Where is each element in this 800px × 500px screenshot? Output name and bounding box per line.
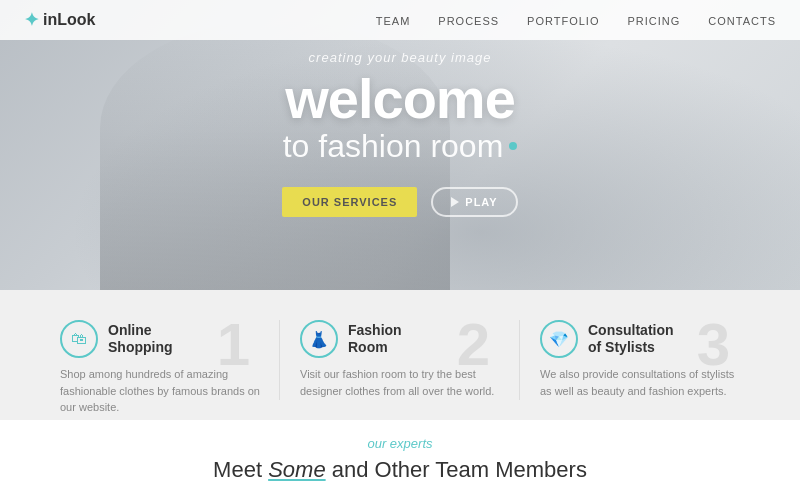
- feature-desc-2: We also provide consultations of stylist…: [540, 366, 740, 399]
- logo-text: inLook: [43, 11, 95, 29]
- hero-title-welcome: welcome: [0, 71, 800, 127]
- hero-content: creating your beauty image welcome to fa…: [0, 50, 800, 217]
- navbar: ✦ inLook TEAMPROCESSPORTFOLIOPRICINGCONT…: [0, 0, 800, 40]
- feature-icon-2: 💎: [540, 320, 578, 358]
- nav-link-pricing[interactable]: PRICING: [627, 15, 680, 27]
- feature-title-2: Consultationof Stylists: [588, 322, 674, 356]
- feature-title-1: FashionRoom: [348, 322, 402, 356]
- feature-header-0: 🛍OnlineShopping: [60, 320, 260, 358]
- hero-dot-accent: [509, 142, 517, 150]
- meet-title: Meet Some and Other Team Members: [40, 457, 760, 483]
- feature-icon-1: 👗: [300, 320, 338, 358]
- feature-item-1: 👗FashionRoom2Visit our fashion room to t…: [280, 320, 520, 400]
- hero-tagline: creating your beauty image: [0, 50, 800, 65]
- feature-header-1: 👗FashionRoom: [300, 320, 500, 358]
- features-section: 🛍OnlineShopping1Shop among hundreds of a…: [0, 290, 800, 420]
- nav-menu: TEAMPROCESSPORTFOLIOPRICINGCONTACTS: [376, 11, 776, 29]
- hero-section: creating your beauty image welcome to fa…: [0, 0, 800, 290]
- nav-link-team[interactable]: TEAM: [376, 15, 411, 27]
- feature-title-0: OnlineShopping: [108, 322, 173, 356]
- meet-title-prefix: Meet: [213, 457, 268, 482]
- hero-title-sub: to fashion room: [0, 127, 800, 165]
- feature-icon-0: 🛍: [60, 320, 98, 358]
- meet-title-highlight: Some: [268, 457, 325, 482]
- logo[interactable]: ✦ inLook: [24, 9, 95, 31]
- our-experts-label: our experts: [40, 436, 760, 451]
- bottom-section: our experts Meet Some and Other Team Mem…: [0, 420, 800, 500]
- meet-title-suffix: and Other Team Members: [326, 457, 587, 482]
- nav-link-contacts[interactable]: CONTACTS: [708, 15, 776, 27]
- play-button[interactable]: PLAY: [431, 187, 517, 217]
- hero-title-sub-text: to fashion room: [283, 127, 504, 165]
- feature-item-2: 💎Consultationof Stylists3We also provide…: [520, 320, 760, 400]
- our-services-button[interactable]: OUR SERVICES: [282, 187, 417, 217]
- hero-buttons: OUR SERVICES PLAY: [0, 187, 800, 217]
- feature-desc-1: Visit our fashion room to try the best d…: [300, 366, 500, 399]
- logo-icon: ✦: [24, 9, 39, 31]
- feature-desc-0: Shop among hundreds of amazing fashionab…: [60, 366, 260, 416]
- play-label: PLAY: [465, 196, 497, 208]
- feature-item-0: 🛍OnlineShopping1Shop among hundreds of a…: [40, 320, 280, 400]
- nav-link-process[interactable]: PROCESS: [438, 15, 499, 27]
- nav-link-portfolio[interactable]: PORTFOLIO: [527, 15, 599, 27]
- feature-header-2: 💎Consultationof Stylists: [540, 320, 740, 358]
- play-icon: [451, 197, 459, 207]
